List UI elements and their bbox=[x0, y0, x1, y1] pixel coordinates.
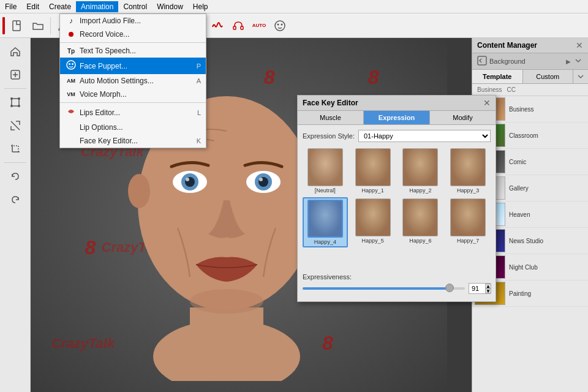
svg-point-47 bbox=[259, 178, 263, 181]
svg-point-38 bbox=[128, 174, 150, 208]
fke-cell-happy2[interactable]: Happy_2 bbox=[398, 147, 443, 195]
fke-cell-happy3[interactable]: Happy_3 bbox=[445, 147, 491, 195]
fke-spin-up[interactable]: ▲ bbox=[485, 284, 491, 288]
sb-undo[interactable] bbox=[4, 165, 26, 187]
cm-label-newsstudio: News Studio bbox=[505, 238, 543, 244]
red-indicator bbox=[2, 17, 5, 34]
svg-point-48 bbox=[190, 289, 263, 314]
fke-tab-modify[interactable]: Modify bbox=[430, 111, 496, 124]
svg-point-29 bbox=[18, 105, 20, 107]
svg-point-1 bbox=[69, 63, 70, 65]
cm-header: Content Manager ✕ bbox=[472, 38, 588, 53]
cm-breadcrumb-arrow: ▶ bbox=[566, 58, 571, 65]
fke-cell-happy1[interactable]: Happy_1 bbox=[350, 147, 396, 195]
tb-face-circle[interactable] bbox=[270, 16, 290, 36]
fke-value-box: ▲ ▼ bbox=[469, 283, 491, 294]
cm-nav-back[interactable] bbox=[477, 56, 487, 67]
svg-point-26 bbox=[10, 97, 13, 100]
cm-subheader: Business CC bbox=[472, 84, 588, 96]
fke-slider-track bbox=[303, 287, 450, 290]
dd-import-audio[interactable]: ♪ Import Audio File... bbox=[60, 14, 206, 28]
svg-point-0 bbox=[67, 61, 75, 69]
svg-point-19 bbox=[275, 21, 285, 31]
fke-value-input[interactable] bbox=[469, 284, 485, 293]
sb-crop[interactable] bbox=[4, 138, 26, 160]
cm-label-classroom: Classroom bbox=[505, 132, 538, 139]
cm-nav: Background ▶ bbox=[472, 53, 588, 70]
fke-slider-thumb[interactable] bbox=[445, 284, 454, 292]
dd-record-voice[interactable]: Record Voice... bbox=[60, 28, 206, 41]
cm-tab-expand[interactable] bbox=[573, 70, 588, 83]
fke-thumb-neutral bbox=[307, 148, 343, 186]
fke-cell-happy4[interactable]: Happy_4 bbox=[303, 197, 348, 247]
fke-spin-down[interactable]: ▼ bbox=[485, 288, 491, 293]
sb-transform[interactable] bbox=[4, 91, 26, 113]
tb-wave[interactable] bbox=[208, 16, 227, 36]
tb-auto[interactable]: AUTO bbox=[249, 16, 269, 36]
dd-lips-editor[interactable]: Lips Editor... L bbox=[60, 104, 206, 121]
cm-breadcrumb[interactable]: Background bbox=[489, 58, 564, 65]
fke-tabs: Muscle Expression Modify bbox=[298, 111, 496, 125]
menu-edit[interactable]: Edit bbox=[21, 1, 44, 12]
menu-file[interactable]: File bbox=[0, 1, 21, 12]
animation-dropdown: ♪ Import Audio File... Record Voice... T… bbox=[59, 13, 206, 148]
fke-cell-happy6[interactable]: Happy_6 bbox=[398, 197, 443, 247]
fke-label-happy3: Happy_3 bbox=[457, 187, 479, 194]
svg-point-27 bbox=[18, 97, 20, 100]
separator-1 bbox=[60, 42, 206, 43]
tb-new[interactable] bbox=[7, 16, 27, 36]
menu-bar: File Edit Create Animation Control Windo… bbox=[0, 0, 588, 13]
sb-redo[interactable] bbox=[4, 189, 26, 211]
sb-home[interactable] bbox=[4, 40, 26, 62]
watermark-2: 8 bbox=[368, 66, 379, 89]
fke-label-happy6: Happy_6 bbox=[409, 238, 431, 244]
fke-cell-happy5[interactable]: Happy_5 bbox=[350, 197, 396, 247]
cm-close-button[interactable]: ✕ bbox=[576, 40, 583, 50]
sb-scale[interactable] bbox=[4, 115, 26, 137]
tb-headphone[interactable] bbox=[228, 16, 248, 36]
dd-auto-motion[interactable]: AM Auto Motion Settings... A bbox=[60, 74, 206, 88]
sb-add[interactable] bbox=[4, 64, 26, 86]
fke-tab-muscle[interactable]: Muscle bbox=[298, 111, 364, 124]
fke-cell-happy7[interactable]: Happy_7 bbox=[445, 197, 491, 247]
fke-thumb-happy6 bbox=[402, 198, 438, 236]
menu-control[interactable]: Control bbox=[118, 1, 152, 12]
watermark-4: 8 bbox=[85, 236, 96, 259]
dd-text-to-speech[interactable]: Tp Text To Speech... bbox=[60, 44, 206, 58]
dd-face-key-editor[interactable]: Face Key Editor... K bbox=[60, 134, 206, 148]
menu-create[interactable]: Create bbox=[44, 1, 76, 12]
left-sidebar bbox=[0, 38, 31, 392]
fke-expressiveness: Expressiveness: ▲ ▼ bbox=[303, 271, 491, 296]
dd-face-puppet[interactable]: Face Puppet... P bbox=[60, 58, 206, 74]
fke-exp-label: Expressiveness: bbox=[303, 273, 491, 281]
cm-tab-template[interactable]: Template bbox=[472, 70, 523, 83]
cm-tab-custom[interactable]: Custom bbox=[523, 70, 574, 83]
fke-style-select[interactable]: 01-Happy 02-Sad 03-Angry 04-Surprised bbox=[358, 130, 491, 142]
svg-point-20 bbox=[277, 23, 279, 25]
dd-voice-morph[interactable]: VM Voice Morph... bbox=[60, 88, 206, 101]
sb-sep-2 bbox=[4, 162, 26, 163]
fke-label-neutral: [Neutral] bbox=[315, 187, 336, 194]
dd-lip-options[interactable]: Lip Options... bbox=[60, 121, 206, 134]
svg-point-46 bbox=[186, 178, 189, 181]
auto-motion-icon: AM bbox=[65, 78, 77, 84]
fke-tab-expression[interactable]: Expression bbox=[364, 111, 430, 124]
fke-thumb-happy1 bbox=[355, 148, 391, 186]
menu-window[interactable]: Window bbox=[152, 1, 188, 12]
fke-slider-row: ▲ ▼ bbox=[303, 283, 491, 294]
menu-animation[interactable]: Animation bbox=[76, 1, 118, 12]
separator-2 bbox=[60, 102, 206, 103]
svg-point-2 bbox=[72, 63, 74, 65]
cm-options-chevron[interactable] bbox=[573, 56, 583, 67]
menu-help[interactable]: Help bbox=[188, 1, 213, 12]
fke-spinner: ▲ ▼ bbox=[485, 284, 491, 293]
fke-close-button[interactable]: ✕ bbox=[483, 98, 491, 108]
svg-rect-25 bbox=[12, 99, 19, 106]
fke-thumb-happy5 bbox=[355, 198, 391, 236]
fke-expression-grid: [Neutral] Happy_1 Happy_2 Happy_3 bbox=[303, 147, 491, 247]
tb-open[interactable] bbox=[28, 16, 48, 36]
fke-slider[interactable] bbox=[303, 287, 465, 290]
fke-cell-neutral[interactable]: [Neutral] bbox=[303, 147, 348, 195]
cm-label-heaven: Heaven bbox=[505, 211, 530, 218]
toolbar-separator-1 bbox=[50, 17, 51, 34]
